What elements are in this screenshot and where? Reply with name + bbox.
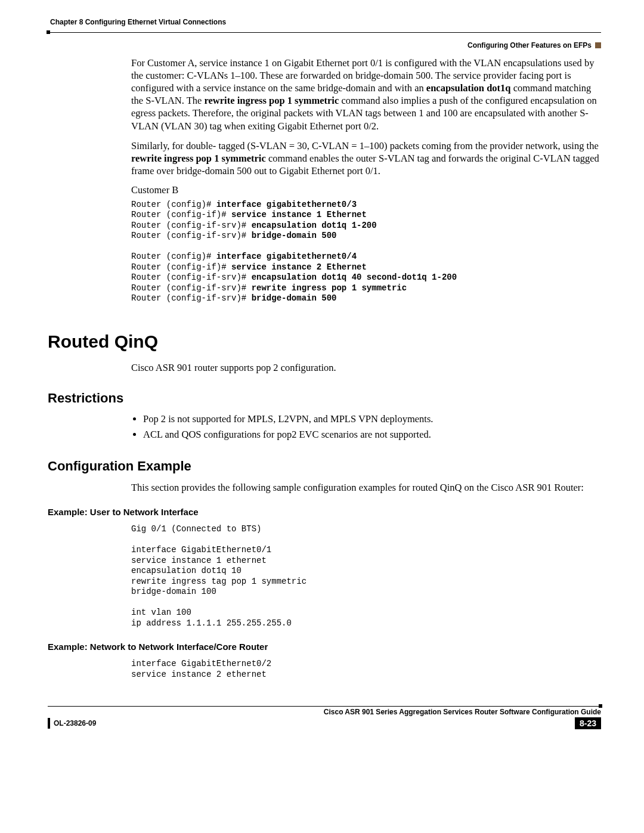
bold-text: encapsulation dot1q [426, 82, 511, 94]
heading-restrictions: Restrictions [48, 391, 601, 406]
footer-bottom-row: OL-23826-09 8-23 [48, 717, 601, 729]
body-paragraph-2: Similarly, for double- tagged (S-VLAN = … [131, 140, 601, 177]
header-rule [48, 32, 601, 33]
page-number-badge: 8-23 [575, 717, 601, 729]
heading-routed-qinq: Routed QinQ [48, 332, 601, 352]
code-block-customer-b: Router (config)# interface gigabitethern… [131, 200, 601, 304]
heading-example-uni: Example: User to Network Interface [48, 507, 601, 517]
bold-text: rewrite ingress pop 1 symmetric [131, 153, 266, 164]
footer-guide-title-row: Cisco ASR 901 Series Aggregation Service… [48, 708, 601, 716]
list-item: ACL and QOS configurations for pop2 EVC … [143, 428, 601, 442]
header-square-icon [595, 42, 601, 48]
section-title-right: Configuring Other Features on EFPs [467, 41, 592, 49]
code-block-nni: interface GigabitEthernet0/2 service ins… [131, 659, 601, 680]
config-example-paragraph: This section provides the following samp… [131, 481, 601, 494]
footer-guide-title: Cisco ASR 901 Series Aggregation Service… [324, 708, 601, 716]
footer-rule [48, 706, 601, 707]
text: Similarly, for double- tagged (S-VLAN = … [131, 140, 599, 151]
heading-example-nni: Example: Network to Network Interface/Co… [48, 642, 601, 652]
restrictions-list: Pop 2 is not supported for MPLS, L2VPN, … [131, 412, 601, 442]
routed-qinq-paragraph: Cisco ASR 901 router supports pop 2 conf… [131, 361, 601, 374]
footer-bar-icon [48, 718, 50, 729]
body-paragraph-1: For Customer A, service instance 1 on Gi… [131, 57, 601, 132]
running-header-right: Configuring Other Features on EFPs [48, 41, 601, 49]
bold-text: rewrite ingress pop 1 symmetric [205, 95, 339, 106]
customer-b-label: Customer B [131, 184, 601, 196]
heading-configuration-example: Configuration Example [48, 459, 601, 474]
code-block-uni: Gig 0/1 (Connected to BTS) interface Gig… [131, 524, 601, 628]
chapter-title: Chapter 8 Configuring Ethernet Virtual C… [48, 18, 226, 26]
footer-doc-id: OL-23826-09 [54, 719, 96, 727]
running-header: Chapter 8 Configuring Ethernet Virtual C… [48, 18, 601, 26]
list-item: Pop 2 is not supported for MPLS, L2VPN, … [143, 412, 601, 426]
